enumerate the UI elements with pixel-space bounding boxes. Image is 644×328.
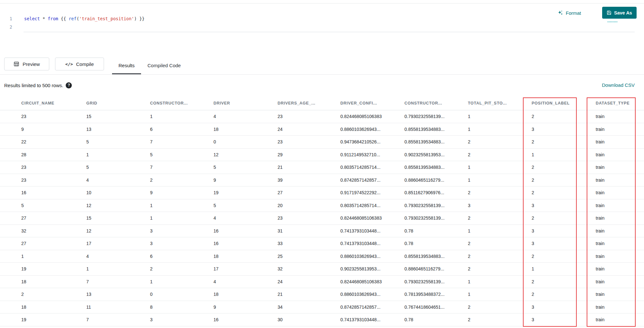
column-header: DATASET_TYPE xyxy=(596,101,644,105)
table-cell: 32 xyxy=(21,228,86,233)
column-header: POSITION_LABEL xyxy=(532,101,596,105)
table-cell: 0.8860465116279... xyxy=(404,178,468,183)
table-cell: 1 xyxy=(468,114,532,119)
table-row: 23429390.8742857142857...0.8860465116279… xyxy=(0,174,644,187)
save-as-button[interactable]: Save As xyxy=(602,7,637,19)
table-row: 1610919270.9171974522292...0.85116279069… xyxy=(0,187,644,199)
table-cell: 3 xyxy=(150,228,213,233)
table-cell: 2 xyxy=(468,139,532,144)
format-label: Format xyxy=(566,10,581,16)
table-cell: 23 xyxy=(21,165,86,170)
table-cell: 2 xyxy=(532,190,596,195)
table-cell: 1 xyxy=(150,279,213,284)
preview-button[interactable]: Preview xyxy=(4,58,49,70)
line-number: 1 xyxy=(0,14,17,23)
table-cell: 2 xyxy=(468,266,532,271)
table-cell: train xyxy=(596,215,644,221)
sql-editor[interactable]: 12 select * from {{ ref('train_test_posi… xyxy=(0,4,644,53)
table-cell: train xyxy=(596,139,644,144)
table-cell: 7 xyxy=(86,317,150,322)
table-cell: 0.824468085106383 xyxy=(340,215,404,221)
table-cell: 2 xyxy=(21,292,86,297)
column-header: GRID xyxy=(86,101,150,105)
table-row: 213018210.8860103626943...0.781395348837… xyxy=(0,288,644,301)
code-line: select * from {{ ref('train_test_positio… xyxy=(24,14,634,23)
table-cell: 1 xyxy=(150,215,213,221)
table-cell: 16 xyxy=(213,228,278,233)
table-header-row: CIRCUIT_NAMEGRIDCONSTRUCTOR...DRIVERDRIV… xyxy=(0,96,644,110)
tab-compiled-code-label: Compiled Code xyxy=(147,63,181,68)
code-icon: </> xyxy=(65,62,73,67)
table-cell: 0.7930232558139... xyxy=(404,114,468,119)
table-cell: 6 xyxy=(150,127,213,132)
table-cell: 4 xyxy=(213,215,278,221)
editor-code[interactable]: select * from {{ ref('train_test_positio… xyxy=(24,14,634,31)
table-cell: 0.8035714285714... xyxy=(340,203,404,208)
table-row: 18714240.8244680851063830.7930232558139.… xyxy=(0,276,644,288)
table-cell: 5 xyxy=(86,139,150,144)
table-cell: 2 xyxy=(532,279,596,284)
table-cell: 23 xyxy=(278,114,340,119)
table-cell: 2 xyxy=(150,266,213,271)
column-header: CONSTRUCTOR... xyxy=(150,101,213,105)
table-row: 197316300.7413793103448...0.7823train xyxy=(0,314,644,326)
results-table: CIRCUIT_NAMEGRIDCONSTRUCTOR...DRIVERDRIV… xyxy=(0,96,644,326)
table-cell: 0.7813953488372... xyxy=(404,292,468,297)
tab-results[interactable]: Results xyxy=(112,58,141,74)
table-cell: 5 xyxy=(86,165,150,170)
column-header: CONSTRUCTOR... xyxy=(404,101,468,105)
table-cell: 0.8558139534883... xyxy=(404,254,468,259)
table-cell: 0.7930232558139... xyxy=(404,279,468,284)
format-button[interactable]: Format xyxy=(557,9,581,17)
table-cell: 12 xyxy=(86,228,150,233)
table-cell: 24 xyxy=(278,279,340,284)
table-cell: 1 xyxy=(150,114,213,119)
code-token-string: 'train_test_position' xyxy=(79,16,134,21)
column-header: TOTAL_PIT_STO... xyxy=(468,101,532,105)
code-token-plain: {{ xyxy=(58,16,69,21)
table-cell: 23 xyxy=(278,215,340,221)
table-cell: 20 xyxy=(278,203,340,208)
table-cell: train xyxy=(596,190,644,195)
help-icon[interactable]: ? xyxy=(66,82,72,88)
table-cell: 3 xyxy=(532,127,596,132)
table-cell: 27 xyxy=(21,215,86,221)
table-cell: 0.7930232558139... xyxy=(404,203,468,208)
table-row: 271514230.8244680851063830.7930232558139… xyxy=(0,212,644,225)
table-cell: 22 xyxy=(21,139,86,144)
download-csv-link[interactable]: Download CSV xyxy=(602,82,635,88)
table-cell: 2 xyxy=(468,317,532,322)
table-cell: 2 xyxy=(532,139,596,144)
table-cell: 0 xyxy=(150,292,213,297)
table-cell: 9 xyxy=(21,127,86,132)
table-cell: 5 xyxy=(213,203,278,208)
table-cell: 1 xyxy=(468,127,532,132)
tab-results-label: Results xyxy=(118,63,135,68)
table-cell: 2 xyxy=(532,114,596,119)
table-cell: 0 xyxy=(213,139,278,144)
table-cell: 2 xyxy=(532,292,596,297)
table-cell: 30 xyxy=(278,317,340,322)
table-cell: train xyxy=(596,228,644,233)
table-cell: train xyxy=(596,178,644,183)
table-cell: 18 xyxy=(213,127,278,132)
table-cell: 25 xyxy=(278,254,340,259)
sparkles-icon xyxy=(557,10,563,16)
table-cell: 16 xyxy=(21,190,86,195)
table-cell: 18 xyxy=(21,305,86,310)
tab-compiled-code[interactable]: Compiled Code xyxy=(141,58,187,74)
table-cell: 21 xyxy=(278,165,340,170)
table-cell: train xyxy=(596,305,644,310)
table-row: 22570230.9473684210526...0.8558139534883… xyxy=(0,136,644,149)
table-cell: 1 xyxy=(468,178,532,183)
preview-label: Preview xyxy=(23,61,40,67)
table-cell: train xyxy=(596,317,644,322)
compile-button[interactable]: </> Compile xyxy=(55,58,104,70)
table-cell: 17 xyxy=(213,266,278,271)
table-cell: 2 xyxy=(532,178,596,183)
compile-label: Compile xyxy=(76,61,94,67)
table-cell: 7 xyxy=(150,139,213,144)
table-cell: 2 xyxy=(468,190,532,195)
table-cell: 0.7413793103448... xyxy=(340,241,404,246)
table-row: 14618250.8860103626943...0.8558139534883… xyxy=(0,250,644,263)
